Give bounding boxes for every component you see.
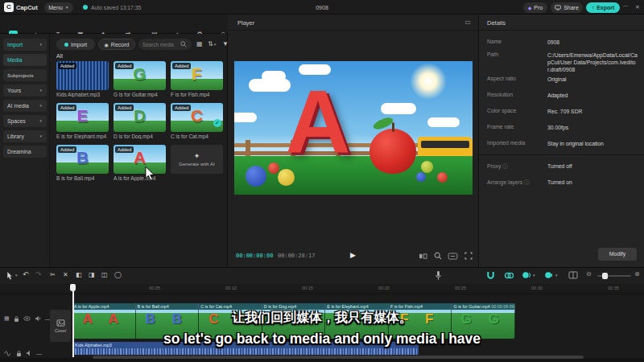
sidebar-item-dreamina[interactable]: Dreamina bbox=[3, 146, 47, 158]
share-button[interactable]: Share bbox=[551, 2, 583, 13]
horizontal-scrollbar[interactable] bbox=[93, 356, 584, 359]
sidebar-item-ai-media[interactable]: AI media ▼ bbox=[3, 100, 47, 112]
cloud bbox=[234, 113, 257, 122]
picture-in-picture-icon[interactable]: ▭ bbox=[464, 19, 471, 26]
share-label: Share bbox=[564, 5, 579, 10]
timeline-zoom-slider[interactable] bbox=[597, 275, 631, 277]
ai-sparkle-icon: ✦ bbox=[194, 152, 200, 160]
generate-with-ai-tile[interactable]: ✦ Generate with AI bbox=[171, 145, 223, 174]
voiceover-mic-icon[interactable] bbox=[435, 270, 442, 281]
preview-canvas[interactable]: A bbox=[234, 61, 473, 195]
snap-magnet-icon[interactable] bbox=[486, 271, 495, 280]
audio-track-header: — bbox=[0, 348, 48, 359]
ribbon-tabs: ▶ Media ♪ Audio T Text ▣ Stickers ✦ Effe… bbox=[0, 14, 228, 34]
added-check-icon: ✓ bbox=[213, 119, 221, 127]
compare-icon[interactable] bbox=[419, 253, 427, 260]
media-item-audio[interactable]: Added bbox=[56, 61, 109, 90]
focus-zoom-icon[interactable] bbox=[434, 252, 442, 260]
capcut-logo-icon: C bbox=[4, 2, 14, 12]
search-input[interactable] bbox=[142, 42, 178, 47]
mute-speaker-icon[interactable] bbox=[26, 350, 32, 356]
undo-icon[interactable]: ↶ bbox=[23, 270, 29, 278]
chevron-down-icon: ▼ bbox=[39, 88, 43, 93]
chevron-down-icon: ▼ bbox=[39, 134, 43, 138]
timeline-ruler[interactable]: 00:05 00:10 00:15 00:20 00:25 00:30 00:3… bbox=[0, 284, 644, 294]
media-item-name: C is for Cat.mp4 bbox=[171, 134, 223, 139]
fullscreen-icon[interactable] bbox=[464, 252, 473, 260]
delete-icon[interactable]: ✕ bbox=[63, 271, 68, 278]
subtitle-english: so let's go back to media and only media… bbox=[0, 331, 644, 348]
select-tool-icon[interactable]: ▼ bbox=[6, 271, 18, 280]
chevron-down-icon: ▼ bbox=[39, 104, 43, 108]
modify-button[interactable]: Modify bbox=[598, 248, 637, 261]
share-screen-icon bbox=[555, 5, 561, 10]
ball-red-small bbox=[268, 162, 279, 174]
sidebar-item-import[interactable]: Import ▼ bbox=[3, 39, 47, 51]
link-icon[interactable] bbox=[504, 271, 514, 280]
split-screen-icon[interactable] bbox=[568, 271, 578, 279]
sidebar-item-subprojects[interactable]: Subprojects bbox=[3, 69, 47, 81]
sun-icon bbox=[410, 63, 447, 100]
media-item-video[interactable]: E Added bbox=[56, 103, 109, 132]
media-item-video[interactable]: C Added ✓ bbox=[171, 103, 223, 132]
media-item-name: B is for Ball.mp4 bbox=[56, 175, 109, 181]
media-panel: Import ◉ Record ▦ ⇅▼ ▼▼ All Added Kids A… bbox=[50, 34, 228, 267]
play-button[interactable]: ▶ bbox=[350, 251, 356, 259]
grid-view-icon[interactable]: ▦ bbox=[196, 40, 203, 47]
media-item-name: E is for Elephant.mp4 bbox=[56, 134, 109, 139]
ball-red bbox=[437, 172, 448, 183]
split-icon[interactable]: ✂ bbox=[50, 271, 56, 278]
player-panel: Player ▭ bbox=[228, 14, 479, 267]
sidebar-item-yours[interactable]: Yours ▼ bbox=[3, 84, 47, 97]
media-sidebar: Import ▼ Media Subprojects Yours ▼ AI me… bbox=[0, 34, 50, 267]
zoom-in-icon[interactable]: ⊕ bbox=[634, 270, 640, 278]
sidebar-item-media[interactable]: Media bbox=[3, 54, 47, 66]
cloud bbox=[427, 117, 460, 127]
mouse-cursor bbox=[145, 166, 155, 181]
zoom-slider-handle[interactable] bbox=[602, 273, 608, 279]
detail-name-value: 0908 bbox=[547, 39, 638, 46]
autosave-status: Auto saved 13:17:35 bbox=[91, 5, 141, 10]
pro-button[interactable]: ◆ Pro bbox=[523, 2, 547, 13]
record-icon: ◉ bbox=[105, 42, 109, 47]
menu-label: Menu bbox=[48, 5, 63, 10]
redo-icon[interactable]: ↷ bbox=[35, 270, 42, 278]
search-box[interactable] bbox=[138, 39, 192, 50]
zoom-out-icon[interactable]: ⊖ bbox=[586, 270, 592, 278]
subtitle-chinese: 让我们回到媒体，我只有媒体。 bbox=[0, 310, 644, 327]
resolution-icon[interactable] bbox=[448, 253, 458, 260]
minimize-button[interactable]: — bbox=[623, 3, 628, 8]
ball-blue bbox=[246, 166, 266, 187]
window-title: 0908 bbox=[298, 5, 346, 10]
import-media-button[interactable]: Import bbox=[56, 39, 95, 50]
track-height-icon[interactable]: ▼ bbox=[544, 271, 558, 279]
media-item-video[interactable]: G Added bbox=[114, 61, 166, 90]
sort-icon[interactable]: ⇅▼ bbox=[208, 40, 217, 47]
ripple-icon[interactable]: ▼ bbox=[522, 271, 535, 279]
sidebar-item-library[interactable]: Library ▼ bbox=[3, 130, 47, 142]
audio-wave-icon[interactable] bbox=[4, 351, 12, 356]
current-time: 00:00:00:00 bbox=[236, 253, 273, 259]
close-button[interactable]: ✕ bbox=[635, 4, 640, 10]
crop-icon[interactable]: ◯ bbox=[114, 271, 122, 278]
media-item-video[interactable]: A Added bbox=[114, 145, 166, 174]
media-item-name: G is for Guitar.mp4 bbox=[114, 92, 166, 97]
player-header: Player ▭ bbox=[228, 14, 479, 31]
media-filter-all[interactable]: All bbox=[56, 53, 63, 59]
diamond-icon: ◆ bbox=[528, 5, 532, 10]
menu-button[interactable]: Menu ▼ bbox=[44, 2, 73, 13]
media-item-video[interactable]: B Added bbox=[56, 145, 109, 174]
collapse-track-icon[interactable]: — bbox=[36, 351, 42, 356]
media-item-video[interactable]: F Added bbox=[171, 61, 223, 90]
trim-right-icon[interactable]: ◨ bbox=[89, 271, 95, 278]
total-time: 00:00:28:17 bbox=[278, 253, 315, 259]
media-item-name: A is for Apple.mp4 bbox=[114, 175, 166, 181]
media-item-video[interactable]: D Added bbox=[114, 103, 166, 132]
export-button[interactable]: ↑ Export bbox=[586, 2, 620, 13]
record-button[interactable]: ◉ Record bbox=[98, 39, 135, 50]
trim-left-icon[interactable]: ◧ bbox=[76, 271, 82, 278]
sidebar-item-spaces[interactable]: Spaces ▼ bbox=[3, 115, 47, 127]
title-bar: C CapCut Menu ▼ Auto saved 13:17:35 0908… bbox=[0, 0, 644, 14]
lock-icon[interactable] bbox=[16, 350, 22, 357]
mirror-icon[interactable]: ◫ bbox=[101, 271, 108, 278]
